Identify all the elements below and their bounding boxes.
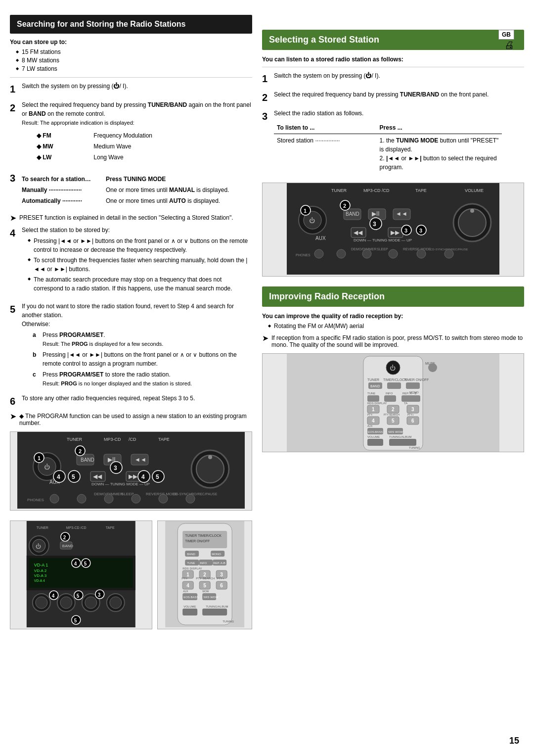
step-4-bullet-1: Pressing |◄◄ or ►►| buttons on the front… [28, 236, 252, 254]
svg-text:5: 5 [392, 418, 395, 424]
svg-point-70 [36, 597, 47, 609]
right-step-2: 2 Select the required frequency band by … [262, 90, 524, 105]
svg-text:BAND: BAND [62, 544, 73, 548]
svg-text:TUNING: TUNING [409, 446, 420, 449]
svg-text:MP3-CD /CD: MP3-CD /CD [363, 188, 390, 193]
svg-text:2: 2 [79, 448, 82, 454]
step-5: 5 If you do not want to store the radio … [10, 302, 252, 390]
right-step-3-content: Select the radio station as follows. To … [274, 109, 502, 178]
store-heading: You can store up to: [10, 39, 252, 46]
svg-point-72 [60, 597, 72, 609]
svg-text:BAND: BAND [81, 457, 94, 463]
sub-step-a-label: a [33, 331, 40, 348]
divider-1 [10, 77, 252, 78]
svg-text:PHONES: PHONES [296, 253, 311, 257]
listen-table-header-1: To listen to ... [274, 122, 377, 134]
svg-text:⏻: ⏻ [390, 365, 396, 372]
sub-step-a-content: Press PROGRAM/SET. Result: The PROG is d… [43, 331, 163, 348]
sub-step-c: c Press PROGRAM/SET to store the radio s… [33, 370, 252, 388]
auto-text: One or more times until AUTO is displaye… [106, 195, 252, 206]
svg-text:AUX: AUX [315, 236, 326, 241]
svg-point-35 [196, 455, 224, 483]
manually-text: One or more times until MANUAL is displa… [106, 185, 252, 195]
page-container: Searching for and Storing the Radio Stat… [0, 0, 534, 756]
svg-point-76 [110, 597, 122, 609]
svg-text:BAND: BAND [346, 211, 359, 217]
svg-text:RDS DISPLAY: RDS DISPLAY [367, 402, 387, 405]
svg-point-38 [50, 494, 59, 503]
svg-point-162 [337, 249, 346, 258]
listen-table: To listen to ... Press ... Stored statio… [274, 122, 502, 174]
svg-text:INFO: INFO [386, 392, 393, 395]
freq-table: ◆ FM Frequency Modulation ◆ MW Medium Wa… [37, 130, 267, 163]
front-panel-svg-top: TUNER MP3-CD /CD TAPE ⏻ 1 BAND 2 ▶II [10, 432, 252, 509]
store-item-2: 8 MW stations [16, 57, 252, 64]
svg-rect-187 [367, 395, 379, 402]
svg-text:TUNING: TUNING [222, 620, 234, 623]
improving-note: ➤ If reception from a specific FM radio … [262, 334, 524, 348]
svg-text:VD-A 3: VD-A 3 [34, 573, 47, 578]
program-note: ➤ ◆ The PROGRAM function can be used to … [10, 413, 252, 426]
svg-text:TIMER ON/OFF: TIMER ON/OFF [404, 378, 429, 381]
step-4-bullets: Pressing |◄◄ or ►►| buttons on the front… [22, 236, 252, 293]
right-step-1-num: 1 [262, 71, 271, 86]
svg-text:1: 1 [304, 208, 307, 214]
right-title-text: Selecting a Stored Station [269, 35, 379, 45]
left-section-title: Searching for and Storing the Radio Stat… [10, 15, 252, 34]
svg-text:TIMER/CLOCK: TIMER/CLOCK [383, 378, 407, 381]
svg-text:2: 2 [63, 535, 66, 540]
svg-text:4: 4 [372, 418, 375, 424]
svg-rect-189 [401, 395, 420, 402]
svg-text:4: 4 [74, 561, 77, 567]
svg-point-47 [186, 494, 195, 503]
svg-text:5: 5 [77, 593, 80, 599]
listen-table-header-2: Press ... [377, 122, 502, 134]
svg-point-161 [314, 249, 323, 258]
right-step-2-num: 2 [262, 90, 271, 105]
svg-text:3: 3 [419, 228, 422, 234]
press-value: 1. the TUNING MODE button until "PRESET"… [377, 134, 502, 174]
listen-to-value: Stored station ··············· [274, 134, 377, 174]
freq-band-mw: ◆ MW [37, 141, 93, 152]
step-6-num: 6 [10, 394, 19, 409]
step-4-num: 4 [10, 226, 19, 298]
svg-text:TUNER: TUNER [37, 526, 48, 529]
svg-text:DOWN — TUNING MODE — UP: DOWN — TUNING MODE — UP [354, 238, 412, 242]
right-remote-svg: ⏻ MUTE TUNER TIMER/CLOCK TIMER ON/OFF BA… [263, 354, 524, 452]
store-item-1: 15 FM stations [16, 48, 252, 55]
sub-step-c-content: Press PROGRAM/SET to store the radio sta… [43, 370, 192, 388]
step-3-num: 3 [10, 171, 19, 210]
svg-text:3: 3 [411, 407, 414, 412]
svg-rect-215 [367, 439, 383, 446]
preset-note-text: PRESET function is explained in detail i… [19, 214, 252, 221]
svg-text:PHONES: PHONES [27, 498, 44, 502]
svg-text:⏻: ⏻ [36, 543, 41, 549]
svg-text:4: 4 [186, 583, 189, 588]
svg-text:TUNE: TUNE [187, 562, 195, 565]
svg-text:PTY+: PTY+ [217, 577, 224, 580]
svg-text:TUNER TIMER/CLOCK: TUNER TIMER/CLOCK [185, 534, 222, 537]
svg-point-43 [132, 494, 140, 503]
right-step-2-text: Select the required frequency band by pr… [274, 90, 489, 105]
svg-text:VOLUME: VOLUME [367, 435, 380, 438]
front-panel-svg-bottom: TUNER MP3-CD /CD TAPE ⏻ 2 BAND VD-A 1 VD… [10, 521, 152, 627]
svg-rect-216 [389, 439, 416, 446]
svg-text:MP3-CD: MP3-CD [104, 437, 121, 442]
step-3-left: To search for a station… [22, 174, 106, 185]
freq-row-lw: ◆ LW Long Wave [37, 152, 267, 163]
improving-section-title: Improving Radio Reception [262, 286, 524, 307]
freq-desc-lw: Long Wave [93, 152, 267, 163]
svg-text:PTY+: PTY+ [407, 413, 414, 416]
listen-table-row-1: Stored station ··············· 1. the TU… [274, 134, 502, 174]
program-note-text: ◆ The PROGRAM function can be used to as… [19, 413, 252, 426]
svg-text:TIMER ON/OFF: TIMER ON/OFF [185, 539, 210, 543]
svg-rect-182 [387, 382, 401, 389]
svg-text:1: 1 [372, 407, 375, 412]
svg-text:1: 1 [38, 455, 41, 461]
step-6-text: To store any other radio frequencies req… [22, 394, 195, 409]
remote-control-image: TUNER TIMER/CLOCK TIMER ON/OFF BAND MONO… [157, 520, 252, 629]
svg-text:3: 3 [114, 465, 117, 472]
svg-point-176 [428, 363, 437, 372]
svg-point-159 [470, 209, 474, 213]
svg-text:AUX: AUX [183, 590, 188, 593]
